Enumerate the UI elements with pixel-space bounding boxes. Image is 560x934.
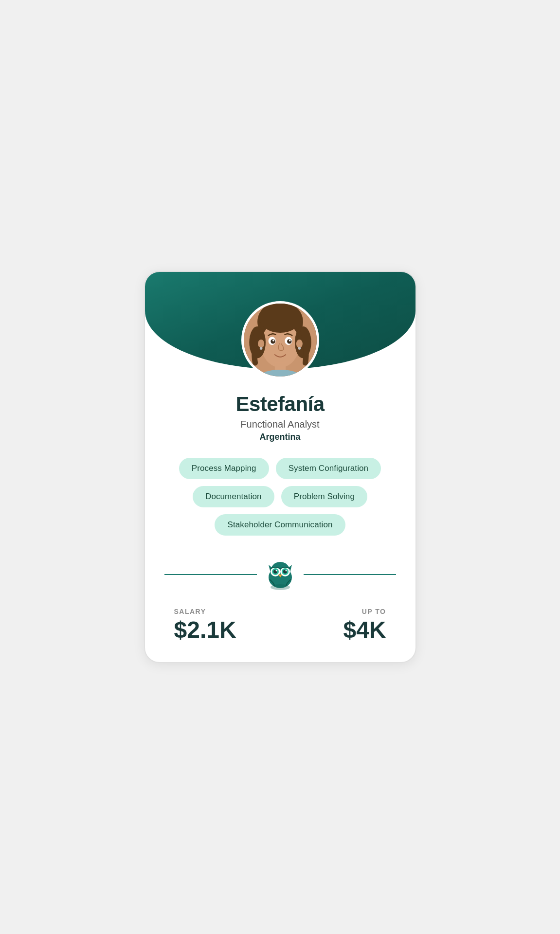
skill-badge: Documentation — [193, 486, 274, 507]
divider-section — [164, 559, 396, 590]
avatar-image — [244, 304, 317, 377]
svg-point-13 — [259, 304, 301, 333]
salary-upto-block: UP TO $4K — [343, 608, 386, 643]
salary-label: SALARY — [174, 608, 236, 615]
svg-point-16 — [259, 347, 262, 350]
person-name: Estefanía — [164, 393, 396, 416]
svg-point-10 — [289, 340, 290, 341]
card-header — [145, 272, 415, 379]
salary-upto-value: $4K — [343, 617, 386, 643]
skill-badge: System Configuration — [276, 458, 381, 479]
svg-point-27 — [285, 570, 287, 571]
divider-line-left — [164, 574, 257, 575]
salary-value: $2.1K — [174, 617, 236, 643]
skill-badge: Stakeholder Communication — [215, 514, 345, 536]
svg-point-28 — [271, 584, 290, 590]
svg-point-26 — [275, 570, 277, 571]
svg-point-14 — [258, 340, 264, 348]
profile-card: Estefanía Functional Analyst Argentina P… — [144, 271, 416, 664]
person-location: Argentina — [164, 432, 396, 442]
salary-upto-label: UP TO — [343, 608, 386, 615]
svg-point-9 — [272, 340, 274, 341]
avatar-container — [241, 301, 319, 379]
card-body: Estefanía Functional Analyst Argentina P… — [145, 379, 415, 663]
skill-badge: Process Mapping — [179, 458, 269, 479]
skill-badge: Problem Solving — [281, 486, 367, 507]
owl-logo-icon — [265, 559, 296, 590]
salary-block: SALARY $2.1K — [174, 608, 236, 643]
divider-line-right — [304, 574, 396, 575]
salary-section: SALARY $2.1K UP TO $4K — [164, 608, 396, 643]
avatar — [241, 301, 319, 379]
svg-point-15 — [296, 340, 302, 348]
person-title: Functional Analyst — [164, 419, 396, 430]
skills-section: Process MappingSystem ConfigurationDocum… — [164, 458, 396, 536]
svg-point-17 — [298, 347, 301, 350]
